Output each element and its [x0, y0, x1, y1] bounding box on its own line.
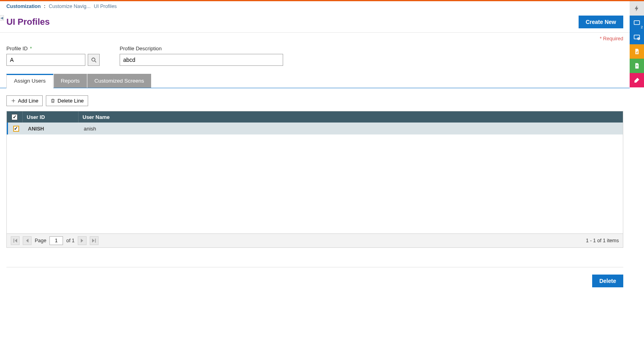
breadcrumb-sep: :	[44, 4, 45, 9]
plus-icon	[11, 98, 16, 103]
delete-button[interactable]: Delete	[592, 275, 623, 287]
svg-rect-6	[634, 21, 640, 25]
pager-next-button[interactable]	[78, 236, 87, 245]
brush-icon	[633, 77, 640, 84]
bottom-actions: Delete	[0, 267, 630, 295]
col-header-userid[interactable]: User ID	[23, 111, 79, 123]
screen-icon	[633, 19, 640, 26]
tab-reports[interactable]: Reports	[54, 74, 87, 88]
required-asterisk: *	[28, 45, 32, 51]
file-icon	[633, 48, 640, 55]
items-count: 1 - 1 of 1 items	[586, 238, 619, 243]
grid-toolbar: Add Line Delete Line	[6, 95, 623, 106]
side-tool-screen-disabled[interactable]	[630, 30, 644, 44]
side-badge: 2	[641, 25, 643, 29]
side-tool-doc[interactable]	[630, 59, 644, 73]
form-row: Profile ID * Profile Description	[0, 42, 630, 74]
pager-first-button[interactable]	[11, 236, 20, 245]
profile-id-input[interactable]	[6, 54, 85, 66]
profile-id-group: Profile ID *	[6, 45, 100, 66]
cell-userid: ANISH	[24, 123, 80, 134]
svg-rect-10	[636, 52, 637, 53]
doc-icon	[633, 62, 640, 69]
users-grid: User ID User Name ANISH anish Page	[6, 111, 623, 248]
tab-customized-screens[interactable]: Customized Screens	[87, 74, 152, 88]
svg-line-1	[95, 61, 96, 62]
breadcrumb-current[interactable]: UI Profiles	[94, 4, 117, 9]
grid-footer: Page of 1 1 - 1 of 1 items	[7, 233, 623, 247]
required-note: * Required	[0, 33, 630, 42]
create-new-button[interactable]: Create New	[579, 16, 623, 28]
table-row[interactable]: ANISH anish	[7, 123, 623, 134]
grid-body: ANISH anish	[7, 123, 623, 233]
side-tool-bar[interactable]	[630, 44, 644, 59]
prev-page-icon	[23, 237, 31, 245]
col-header-username[interactable]: User Name	[79, 111, 623, 123]
page-label: Page	[35, 238, 46, 243]
delete-line-button[interactable]: Delete Line	[46, 95, 88, 106]
page-title: UI Profiles	[6, 17, 50, 27]
breadcrumb-nav[interactable]: Customize Navig...	[49, 4, 91, 9]
next-page-icon	[78, 237, 86, 245]
page-input[interactable]	[49, 236, 63, 245]
profile-desc-label: Profile Description	[120, 45, 283, 51]
tab-container: Assign Users Reports Customized Screens	[0, 74, 630, 88]
page-of-label: of 1	[66, 238, 75, 243]
trash-icon	[50, 98, 55, 103]
svg-rect-11	[637, 51, 638, 53]
lightning-icon	[633, 5, 640, 12]
screen-off-icon	[633, 34, 640, 41]
svg-point-0	[92, 58, 95, 61]
profile-id-label: Profile ID *	[6, 45, 100, 51]
tab-assign-users[interactable]: Assign Users	[6, 74, 53, 88]
tab-content: Add Line Delete Line User ID User Name A…	[0, 88, 630, 255]
profile-id-lookup-button[interactable]	[88, 54, 100, 66]
profile-desc-group: Profile Description	[120, 45, 283, 66]
grid-header: User ID User Name	[7, 111, 623, 123]
pager: Page of 1	[11, 236, 98, 245]
side-tool-form[interactable]: 2	[630, 16, 644, 30]
page-header: UI Profiles Create New	[0, 12, 630, 33]
cell-username: anish	[80, 123, 623, 134]
breadcrumb-root[interactable]: Customization	[6, 4, 41, 9]
side-tool-quick[interactable]	[630, 1, 644, 16]
breadcrumb: Customization : Customize Navig... UI Pr…	[0, 1, 630, 12]
profile-desc-input[interactable]	[120, 54, 283, 66]
search-icon	[91, 57, 97, 63]
side-tool-brush[interactable]	[630, 73, 644, 87]
first-page-icon	[11, 237, 19, 245]
pager-last-button[interactable]	[90, 236, 98, 245]
add-line-button[interactable]: Add Line	[6, 95, 43, 106]
select-all-checkbox[interactable]	[12, 114, 18, 120]
side-tool-strip: 2	[630, 1, 644, 87]
pager-prev-button[interactable]	[23, 236, 32, 245]
collapse-sidebar-toggle[interactable]: ◀	[0, 15, 4, 21]
last-page-icon	[90, 237, 98, 245]
row-checkbox[interactable]	[13, 126, 19, 132]
